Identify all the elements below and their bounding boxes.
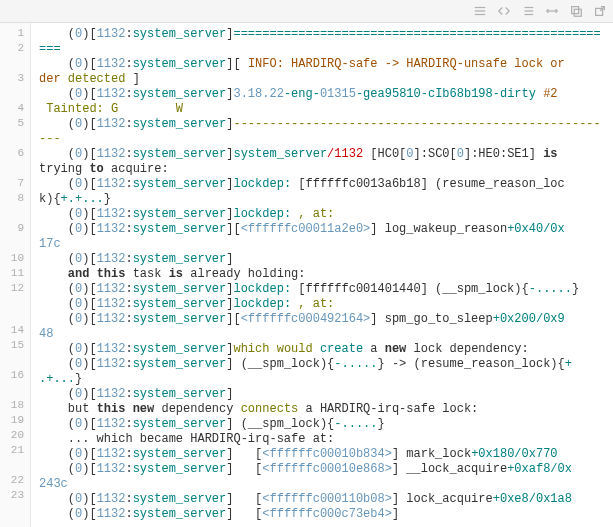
- line-number: 21: [0, 444, 30, 474]
- code-line: (0)[1132:system_server] and this task is…: [39, 252, 607, 282]
- line-number: 10: [0, 252, 30, 267]
- line-number: 14: [0, 324, 30, 339]
- copy-icon[interactable]: [569, 4, 583, 18]
- line-number: 16: [0, 369, 30, 399]
- line-number: 3: [0, 72, 30, 102]
- code-line: (0)[1132:system_server]=================…: [39, 27, 607, 57]
- editor-toolbar: [0, 0, 613, 23]
- line-number: 8: [0, 192, 30, 222]
- code-line: (0)[1132:system_server] (__spm_lock){-..…: [39, 417, 607, 432]
- code-line: (0)[1132:system_server] [<ffffffc00010b8…: [39, 447, 607, 462]
- code-line: (0)[1132:system_server]lockdep: [ffffffc…: [39, 282, 607, 297]
- svg-rect-8: [574, 9, 581, 16]
- code-line: (0)[1132:system_server]lockdep: [ffffffc…: [39, 177, 607, 207]
- code-line: (0)[1132:system_server]-----------------…: [39, 117, 607, 147]
- svg-rect-7: [572, 7, 579, 14]
- line-number: 1: [0, 27, 30, 42]
- line-number: 15: [0, 339, 30, 369]
- line-number: 23: [0, 489, 30, 504]
- code-line: (0)[1132:system_server] [<ffffffc00010e8…: [39, 462, 607, 492]
- external-icon[interactable]: [593, 4, 607, 18]
- code-line: (0)[1132:system_server]lockdep: , at:: [39, 297, 607, 312]
- code-area[interactable]: (0)[1132:system_server]=================…: [31, 23, 613, 527]
- line-number: 19: [0, 414, 30, 429]
- line-number: 11: [0, 267, 30, 282]
- line-number: 5: [0, 117, 30, 147]
- code-line: ... which became HARDIRQ-irq-safe at:: [39, 432, 607, 447]
- line-number-gutter: 123456789101112 141516181920212223: [0, 23, 31, 527]
- line-number: 7: [0, 177, 30, 192]
- code-line: (0)[1132:system_server]3.18.22-eng-01315…: [39, 87, 607, 117]
- code-line: (0)[1132:system_server] (__spm_lock){-..…: [39, 357, 607, 387]
- editor-body: 123456789101112 141516181920212223 (0)[1…: [0, 23, 613, 527]
- code-icon[interactable]: [497, 4, 511, 18]
- code-line: (0)[1132:system_server]lockdep: , at:: [39, 207, 607, 222]
- code-line: (0)[1132:system_server]which would creat…: [39, 342, 607, 357]
- code-line: (0)[1132:system_server]system_server/113…: [39, 147, 607, 177]
- line-number: 2: [0, 42, 30, 72]
- code-line: (0)[1132:system_server][ INFO: HARDIRQ-s…: [39, 57, 607, 87]
- line-number: 18: [0, 399, 30, 414]
- code-line: (0)[1132:system_server] but this new dep…: [39, 387, 607, 417]
- arrows-icon[interactable]: [545, 4, 559, 18]
- code-line: (0)[1132:system_server][<ffffffc00049216…: [39, 312, 607, 342]
- line-number: 12: [0, 282, 30, 312]
- code-line: (0)[1132:system_server] [<ffffffc000110b…: [39, 492, 607, 507]
- code-line: (0)[1132:system_server][<ffffffc00011a2e…: [39, 222, 607, 252]
- menu-icon[interactable]: [473, 4, 487, 18]
- code-line: (0)[1132:system_server] [<ffffffc000c73e…: [39, 507, 607, 522]
- line-number: 22: [0, 474, 30, 489]
- line-number: 20: [0, 429, 30, 444]
- line-number: 4: [0, 102, 30, 117]
- line-number: 6: [0, 147, 30, 177]
- line-number: 9: [0, 222, 30, 252]
- list-icon[interactable]: [521, 4, 535, 18]
